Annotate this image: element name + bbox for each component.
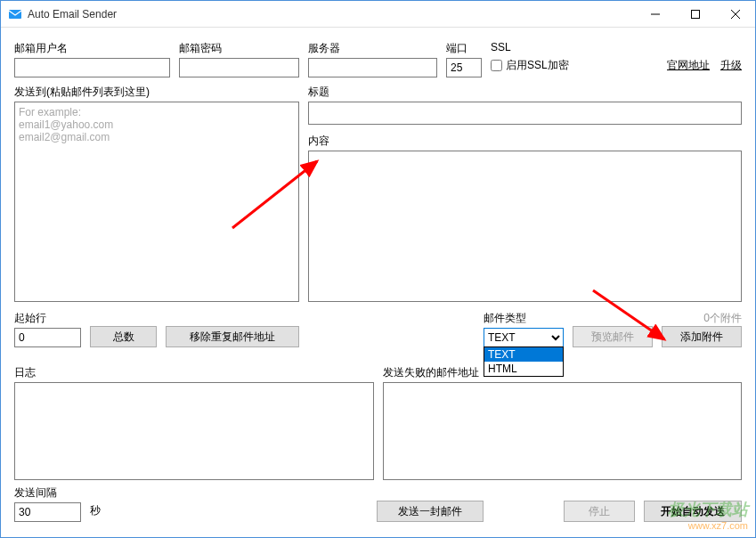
recipients-label: 发送到(粘贴邮件列表到这里) <box>14 85 299 100</box>
ssl-checkbox-label: 启用SSL加密 <box>506 58 569 73</box>
failed-textarea[interactable] <box>383 382 743 480</box>
interval-label: 发送间隔 <box>14 485 81 501</box>
interval-unit: 秒 <box>90 503 101 522</box>
mail-type-option-text[interactable]: TEXT <box>484 347 563 362</box>
maximize-button[interactable] <box>675 1 715 27</box>
total-button[interactable]: 总数 <box>90 326 157 347</box>
attachment-count-label: 0个附件 <box>662 311 742 326</box>
interval-input[interactable] <box>14 502 81 522</box>
stop-button[interactable]: 停止 <box>564 501 635 522</box>
start-row-input[interactable] <box>14 328 81 347</box>
mail-type-dropdown: TEXT HTML <box>484 346 564 377</box>
official-link[interactable]: 官网地址 <box>667 58 710 73</box>
password-input[interactable] <box>179 58 299 77</box>
ssl-checkbox[interactable] <box>491 60 502 71</box>
svg-rect-0 <box>9 10 21 19</box>
svg-rect-2 <box>691 10 699 18</box>
minimize-button[interactable] <box>635 1 675 27</box>
ssl-label: SSL <box>491 41 569 53</box>
preview-button[interactable]: 预览邮件 <box>573 326 653 347</box>
titlebar: Auto Email Sender <box>1 1 755 28</box>
server-label: 服务器 <box>308 41 437 56</box>
port-label: 端口 <box>446 41 482 56</box>
mail-type-option-html[interactable]: HTML <box>484 362 563 376</box>
username-input[interactable] <box>14 58 170 77</box>
window-title: Auto Email Sender <box>28 8 635 20</box>
start-row-label: 起始行 <box>14 311 81 326</box>
recipients-textarea[interactable] <box>14 102 299 302</box>
port-input[interactable] <box>446 58 482 77</box>
subject-input[interactable] <box>308 102 742 125</box>
app-icon <box>8 7 22 21</box>
add-attachment-button[interactable]: 添加附件 <box>662 326 742 347</box>
mail-type-label: 邮件类型 <box>484 311 564 326</box>
upgrade-link[interactable]: 升级 <box>720 58 742 73</box>
subject-label: 标题 <box>308 85 742 100</box>
log-label: 日志 <box>14 365 374 380</box>
server-input[interactable] <box>308 58 437 77</box>
send-one-button[interactable]: 发送一封邮件 <box>377 501 484 522</box>
mail-type-select[interactable]: TEXT <box>484 328 564 347</box>
start-auto-button[interactable]: 开始自动发送 <box>644 501 742 522</box>
remove-duplicates-button[interactable]: 移除重复邮件地址 <box>166 326 299 347</box>
password-label: 邮箱密码 <box>179 41 299 56</box>
log-textarea[interactable] <box>14 382 374 480</box>
close-button[interactable] <box>715 1 755 27</box>
body-label: 内容 <box>308 134 742 149</box>
body-textarea[interactable] <box>308 151 742 302</box>
username-label: 邮箱用户名 <box>14 41 170 56</box>
